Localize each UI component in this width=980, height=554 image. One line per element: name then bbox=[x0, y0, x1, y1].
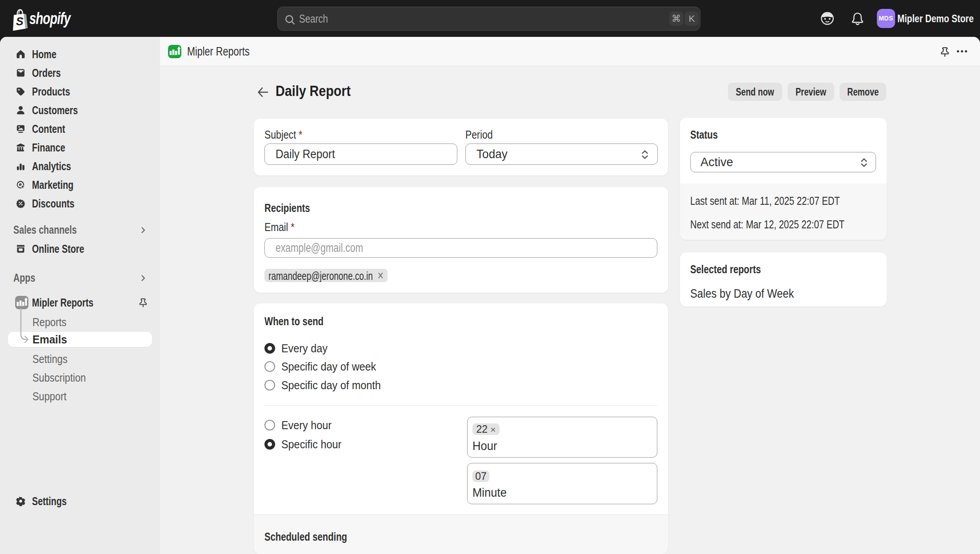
svg-text:S: S bbox=[16, 15, 24, 28]
svg-text:shopify: shopify bbox=[29, 9, 71, 28]
